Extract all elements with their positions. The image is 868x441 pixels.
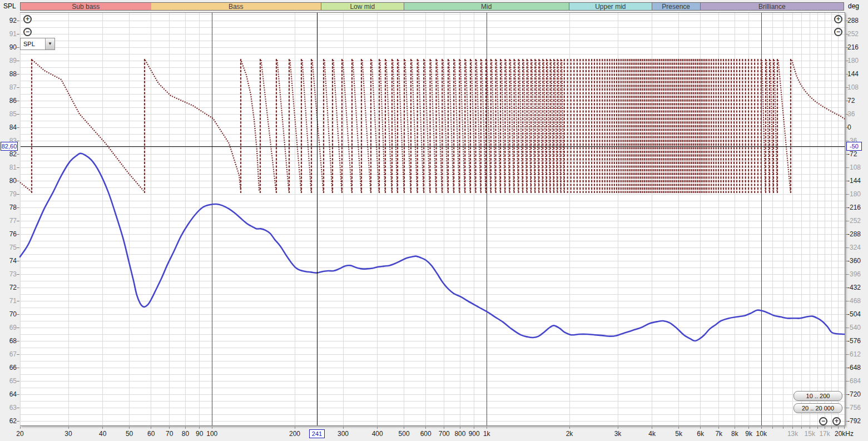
freq-axis-tick-label: 500 — [391, 430, 418, 438]
freq-axis-tick-label: 70 — [156, 430, 183, 438]
deg-axis-tick-label: -432 — [847, 284, 868, 291]
spl-axis-tick-label: 62 — [0, 417, 17, 425]
right-axis-title: deg — [848, 2, 859, 10]
spl-axis-tick-label: 72 — [0, 284, 17, 291]
zoom-in-horizontal-button[interactable]: + — [832, 417, 841, 425]
spl-axis-tick-label: 71 — [0, 297, 17, 305]
freq-axis-tick-label: 2k — [556, 430, 583, 438]
deg-axis-tick-label: 36 — [847, 110, 868, 118]
spl-axis-tick-label: 73 — [0, 270, 17, 278]
deg-axis-tick-label: 0 — [847, 123, 868, 131]
freq-axis-tick-label: 4k — [639, 430, 666, 438]
freq-axis-tick-label: 17k — [811, 430, 838, 438]
freq-axis-tick-label: 800 — [447, 430, 473, 438]
spl-axis-tick-label: 89 — [0, 57, 17, 65]
deg-axis-tick-label: -792 — [847, 417, 868, 425]
deg-axis-tick-label: -252 — [847, 217, 868, 225]
phase-trace — [20, 59, 845, 193]
deg-axis-tick-label: -540 — [847, 324, 868, 331]
deg-axis-tick-label: 144 — [847, 70, 868, 78]
freq-axis-tick-label: 700 — [431, 430, 458, 438]
spl-axis-tick-label: 77 — [0, 217, 17, 225]
zoom-out-vertical-right-button[interactable]: − — [834, 28, 842, 36]
deg-axis-tick-label: -576 — [847, 337, 868, 345]
deg-axis-tick-label: -288 — [847, 230, 868, 238]
curve-type-value: SPL — [21, 38, 45, 49]
cursor-spl-readout: 82,60 — [1, 142, 18, 151]
spl-axis-tick-label: 88 — [0, 70, 17, 78]
freq-axis-tick-label: 200 — [281, 430, 308, 438]
freq-axis-tick-label: 6k — [687, 430, 714, 438]
freq-axis-tick-label: 8k — [721, 430, 748, 438]
spl-axis-tick-label: 84 — [0, 123, 17, 131]
spl-axis-tick-label: 85 — [0, 110, 17, 118]
deg-axis-tick-label: -144 — [847, 177, 868, 185]
spl-axis-tick-label: 90 — [0, 43, 17, 51]
deg-axis-tick-label: -324 — [847, 244, 868, 251]
freq-axis-tick-label: 900 — [461, 430, 488, 438]
deg-axis-tick-label: 216 — [847, 43, 868, 51]
freq-axis-tick-label: 600 — [413, 430, 439, 438]
spl-analyzer-screen: SPL deg Sub bassBassLow midMidUpper midP… — [0, 0, 868, 441]
deg-axis-tick-label: -504 — [847, 310, 868, 318]
spl-axis-tick-label: 75 — [0, 244, 17, 251]
range-10-200-button[interactable]: 10 .. 200 — [793, 391, 842, 401]
freq-axis-tick-label: 5k — [666, 430, 692, 438]
freq-axis-tick-label: 10k — [748, 430, 775, 438]
spl-axis-tick-label: 66 — [0, 364, 17, 371]
freq-axis-tick-label: 400 — [364, 430, 391, 438]
deg-axis-tick-label: -108 — [847, 163, 868, 171]
freq-axis-tick-label: 20kHz — [831, 430, 857, 438]
deg-axis-tick-label: 72 — [847, 97, 868, 105]
deg-axis-tick-label: -396 — [847, 270, 868, 278]
spl-axis-tick-label: 86 — [0, 97, 17, 105]
spl-axis-tick-label: 87 — [0, 83, 17, 91]
deg-axis-tick-label: -612 — [847, 350, 868, 358]
spl-axis-tick-label: 79 — [0, 190, 17, 198]
freq-axis-tick-label: 80 — [172, 430, 199, 438]
zoom-in-vertical-right-button[interactable]: + — [834, 15, 842, 23]
freq-axis-tick-label: 90 — [186, 430, 213, 438]
deg-axis-tick-label: 180 — [847, 57, 868, 65]
spl-axis-tick-label: 81 — [0, 163, 17, 171]
spl-axis-tick-label: 74 — [0, 257, 17, 265]
deg-axis-tick-label: -216 — [847, 204, 868, 211]
cursor-deg-readout: -50 — [846, 142, 862, 151]
freq-axis-tick-label: 50 — [116, 430, 143, 438]
spl-axis-tick-label: 69 — [0, 324, 17, 331]
spl-axis-tick-label: 64 — [0, 390, 17, 398]
dropdown-arrow-icon[interactable]: ▼ — [45, 38, 54, 49]
deg-axis-tick-label: -180 — [847, 190, 868, 198]
curve-type-select[interactable]: SPL ▼ — [20, 38, 55, 50]
deg-axis-tick-label: -72 — [847, 150, 868, 158]
spl-axis-tick-label: 92 — [0, 17, 17, 24]
range-20-20000-button[interactable]: 20 .. 20 000 — [793, 403, 842, 413]
freq-axis-tick-label: 30 — [55, 430, 82, 438]
spl-axis-tick-label: 80 — [0, 177, 17, 185]
deg-axis-tick-label: 252 — [847, 30, 868, 38]
spl-axis-tick-label: 67 — [0, 350, 17, 358]
spl-axis-tick-label: 82 — [0, 150, 17, 158]
plot-canvas[interactable] — [16, 8, 850, 429]
freq-axis-tick-label: 13k — [780, 430, 806, 438]
deg-axis-tick-label: -468 — [847, 297, 868, 305]
deg-axis-tick-label: -360 — [847, 257, 868, 265]
spl-axis-tick-label: 70 — [0, 310, 17, 318]
freq-axis-tick-label: 60 — [138, 430, 165, 438]
freq-axis-tick-label: 40 — [90, 430, 116, 438]
spl-axis-tick-label: 65 — [0, 377, 17, 385]
deg-axis-tick-label: 288 — [847, 17, 868, 24]
deg-axis-tick-label: 108 — [847, 83, 868, 91]
freq-axis-tick-label: 1k — [473, 430, 500, 438]
spl-axis-tick-label: 91 — [0, 30, 17, 38]
deg-axis-tick-label: -648 — [847, 364, 868, 371]
deg-axis-tick-label: -684 — [847, 377, 868, 385]
freq-axis-tick-label: 15k — [796, 430, 823, 438]
freq-axis-tick-label: 20 — [7, 430, 33, 438]
freq-axis-tick-label: 100 — [199, 430, 225, 438]
zoom-in-vertical-button[interactable]: + — [23, 15, 32, 23]
freq-axis-tick-label: 9k — [736, 430, 762, 438]
zoom-out-vertical-button[interactable]: − — [23, 28, 32, 36]
zoom-out-horizontal-button[interactable]: − — [819, 417, 827, 425]
spl-axis-tick-label: 76 — [0, 230, 17, 238]
